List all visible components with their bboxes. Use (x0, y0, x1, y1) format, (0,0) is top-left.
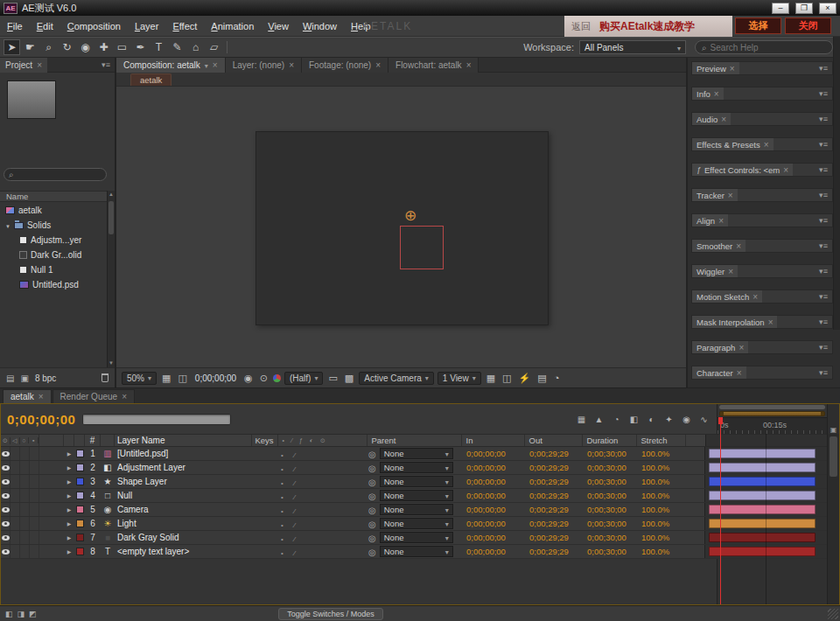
stretch-value[interactable]: 100.0% (636, 449, 685, 458)
promo-link[interactable]: 购买AEtalk速成教学 (599, 19, 695, 34)
panel-menu-icon[interactable] (815, 64, 832, 73)
eye-toggle[interactable] (1, 489, 10, 502)
audio-toggle[interactable] (10, 489, 20, 502)
layer-name[interactable]: Dark Gray Solid (115, 533, 251, 542)
dock-panel-header[interactable]: Effect Controls: <em (691, 163, 833, 177)
timeline-layer-row[interactable]: 4 □ Null None 0;00;00;00 0;00;29;29 0; (1, 489, 839, 503)
layer-track[interactable] (704, 489, 839, 502)
panel-menu-icon[interactable] (815, 292, 832, 301)
close-icon[interactable] (718, 216, 724, 226)
dock-panel-tab[interactable]: Mask Interpolation (692, 316, 777, 328)
audio-toggle[interactable] (10, 461, 20, 474)
close-icon[interactable] (213, 60, 218, 70)
eye-toggle[interactable] (1, 517, 10, 530)
current-time-display[interactable]: 0;00;00;00 (7, 412, 75, 427)
layer-duration-bar[interactable] (709, 477, 816, 486)
parent-pickwhip-icon[interactable] (368, 491, 376, 501)
viewer-tab[interactable]: Composition: aetalk (116, 58, 226, 73)
out-value[interactable]: 0;00;29;29 (524, 477, 582, 486)
project-scrollbar[interactable]: ▲ ▼ (107, 191, 115, 367)
flowchart-button-icon[interactable]: ◔ (552, 373, 562, 383)
panel-menu-icon[interactable] (815, 241, 832, 250)
scroll-down-icon[interactable]: ▼ (108, 359, 115, 367)
layer-track[interactable] (704, 517, 839, 530)
dock-panel-header[interactable]: Motion Sketch (691, 290, 833, 304)
parent-dropdown[interactable]: None (380, 462, 453, 473)
comp-timecode[interactable]: 0;00;00;00 (192, 373, 239, 383)
brainstorm-icon[interactable]: ✦ (662, 414, 676, 425)
dock-panel-header[interactable]: Mask Interpolation (691, 315, 833, 329)
in-value[interactable]: 0;00;00;00 (461, 449, 524, 458)
project-search-box[interactable] (4, 168, 107, 181)
eye-toggle[interactable] (1, 531, 10, 544)
audio-toggle[interactable] (10, 503, 20, 516)
viewport[interactable]: ⊕ (116, 87, 686, 367)
timeline-scrollbar[interactable] (827, 434, 839, 604)
layer-name[interactable]: Light (115, 519, 251, 528)
lock-toggle[interactable] (30, 517, 39, 530)
comp-subtab[interactable]: aetalk (130, 73, 172, 86)
out-value[interactable]: 0;00;29;29 (524, 533, 582, 542)
timeline-button-icon[interactable]: ▤ (536, 373, 548, 384)
viewer-tab[interactable]: Flowchart: aetalk (388, 58, 479, 73)
close-icon[interactable] (466, 60, 472, 70)
current-time-indicator[interactable] (720, 417, 721, 604)
eye-toggle[interactable] (1, 503, 10, 516)
dock-panel-header[interactable]: Character (691, 366, 833, 380)
channels-icon[interactable] (273, 374, 281, 382)
anchor-crosshair-icon[interactable]: ⊕ (404, 206, 416, 225)
layer-track[interactable] (704, 545, 839, 558)
project-item-psd[interactable]: Untitled.psd (0, 277, 107, 292)
label-swatch[interactable] (76, 492, 84, 499)
solo-toggle[interactable] (20, 545, 30, 558)
layer-duration-bar[interactable] (709, 519, 816, 528)
dock-panel-tab[interactable]: Motion Sketch (692, 290, 762, 303)
expand-arrow-icon[interactable] (64, 506, 74, 513)
panel-menu-icon[interactable] (815, 216, 832, 225)
dock-panel-tab[interactable]: Tracker (692, 189, 738, 201)
share-view-icon[interactable]: ▦ (485, 373, 497, 384)
eye-toggle[interactable] (1, 545, 10, 558)
stretch-value[interactable]: 100.0% (636, 519, 685, 528)
parent-dropdown[interactable]: None (380, 546, 453, 557)
close-icon[interactable] (728, 267, 733, 276)
lock-toggle[interactable] (30, 503, 39, 516)
dock-panel-tab[interactable]: Effect Controls: <em (692, 164, 793, 176)
solo-toggle[interactable] (20, 447, 30, 460)
expand-arrow-icon[interactable] (64, 492, 74, 499)
close-icon[interactable] (730, 64, 735, 73)
layer-duration-bar[interactable] (709, 505, 816, 514)
transparency-grid-icon[interactable]: ▩ (343, 373, 355, 384)
close-icon[interactable] (289, 60, 294, 70)
dock-panel-header[interactable]: Audio (691, 112, 833, 126)
layer-switches[interactable] (277, 505, 367, 515)
project-item-null[interactable]: Null 1 (0, 262, 107, 277)
resolution-dropdown[interactable]: (Half) (284, 372, 323, 385)
dock-panel-tab[interactable]: Audio (692, 113, 731, 125)
eye-toggle[interactable] (1, 461, 10, 474)
duration-value[interactable]: 0;00;30;00 (582, 449, 636, 458)
timeline-layer-row[interactable]: 3 ★ Shape Layer None 0;00;00;00 0;00;29;… (1, 475, 839, 489)
safe-zones-icon[interactable]: ◫ (176, 373, 188, 384)
layer-switches[interactable] (277, 519, 367, 529)
timeline-layer-row[interactable]: 7 ■ Dark Gray Solid None 0;00;00;00 0;00… (1, 531, 839, 545)
dock-panel-tab[interactable]: Effects & Presets (692, 138, 774, 150)
timeline-layer-row[interactable]: 6 ☀ Light None 0;00;00;00 0;00;29;29 0 (1, 517, 839, 531)
layer-name[interactable]: Null (115, 491, 251, 500)
lock-toggle[interactable] (30, 475, 39, 488)
dock-panel-header[interactable]: Preview (691, 61, 833, 75)
dock-panel-tab[interactable]: Align (692, 214, 728, 227)
timeline-tab[interactable]: Render Queue (52, 389, 135, 403)
label-swatch[interactable] (76, 478, 84, 485)
out-value[interactable]: 0;00;29;29 (524, 449, 582, 458)
timeline-search-box[interactable] (82, 414, 231, 425)
close-icon[interactable] (764, 140, 769, 150)
solo-toggle[interactable] (20, 517, 30, 530)
solo-toggle[interactable] (20, 531, 30, 544)
back-link[interactable]: 返回 (571, 20, 591, 33)
hide-shy-layers-icon[interactable]: ◔ (610, 414, 623, 425)
lock-toggle[interactable] (30, 489, 39, 502)
new-folder-icon[interactable]: ▣ (20, 373, 28, 383)
layer-switches[interactable] (277, 491, 367, 501)
dock-scrollbar[interactable] (833, 0, 840, 330)
